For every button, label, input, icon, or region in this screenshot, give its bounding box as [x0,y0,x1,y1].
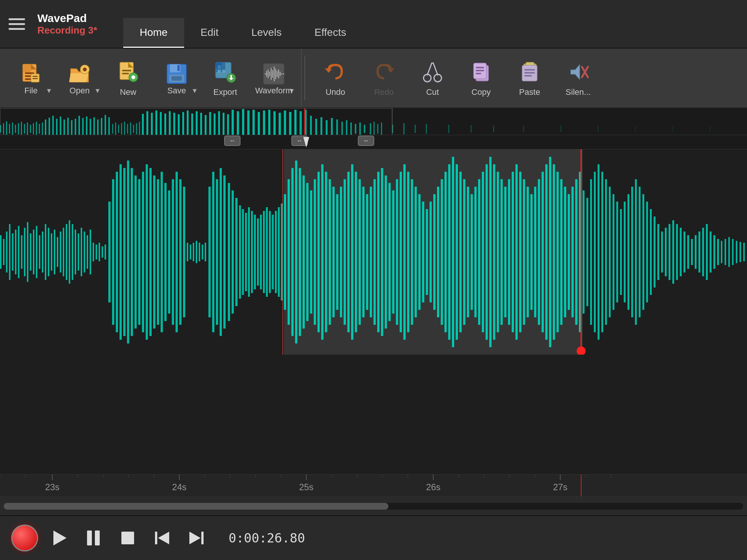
stop-button[interactable] [114,525,141,551]
fast-forward-button[interactable] [183,525,210,551]
tab-levels[interactable]: Levels [235,18,298,48]
svg-rect-226 [127,161,129,343]
svg-rect-232 [149,168,152,336]
svg-rect-319 [459,172,462,332]
svg-rect-294 [366,194,368,310]
svg-rect-56 [476,73,481,74]
svg-rect-399 [0,475,747,497]
svg-rect-376 [672,220,674,284]
redo-button[interactable]: Redo [360,52,408,104]
svg-rect-381 [691,239,693,265]
svg-rect-234 [157,179,159,325]
svg-rect-202 [51,233,52,271]
file-button[interactable]: ▼ File [7,52,55,104]
svg-rect-391 [728,237,730,267]
cut-icon [419,59,446,85]
svg-rect-289 [347,172,350,332]
svg-rect-215 [90,230,91,274]
export-label: Export [213,87,237,97]
toolbar-group-file: ▼ File ▼ Open [4,49,301,108]
svg-rect-388 [717,239,719,265]
svg-rect-214 [87,235,88,269]
svg-rect-374 [665,228,667,276]
handle-right[interactable]: ↔ [358,136,374,147]
tab-home[interactable]: Home [123,18,184,48]
svg-rect-198 [39,235,40,269]
handle-left[interactable]: ↔ [224,136,241,147]
svg-rect-377 [676,224,678,280]
svg-rect-260 [248,207,250,297]
hamburger-line-3 [9,28,25,30]
svg-rect-219 [102,246,103,258]
svg-rect-329 [497,172,499,332]
svg-rect-318 [456,164,458,340]
svg-marker-436 [158,532,169,544]
hamburger-menu[interactable] [0,11,34,37]
pause-button[interactable] [80,525,107,551]
undo-button[interactable]: Undo [311,52,360,104]
new-button[interactable]: New [104,52,152,104]
app-title: WavePad Recording 3* [34,12,116,36]
export-button[interactable]: Export [201,52,249,104]
svg-rect-105 [130,122,131,135]
svg-rect-378 [680,228,682,276]
svg-rect-324 [478,179,480,325]
save-button[interactable]: ▼ Save [152,52,201,104]
svg-rect-74 [24,124,25,134]
open-button[interactable]: ▼ Open [55,52,104,104]
svg-rect-331 [504,187,506,317]
svg-rect-295 [370,187,372,317]
toolbar: ▼ File ▼ Open [0,49,747,108]
redo-label: Redo [374,87,394,97]
waveform-button[interactable]: ▼ Waveform [249,52,298,104]
main-waveform-svg [0,149,747,355]
app-name: WavePad [37,12,87,25]
new-label: New [120,87,136,97]
svg-rect-249 [208,187,211,317]
nav-tabs: Home Edit Levels Effects [123,0,363,48]
svg-rect-103 [124,122,125,136]
playhead-marker [303,137,309,149]
svg-rect-281 [317,172,320,332]
svg-rect-355 [594,172,596,332]
svg-rect-306 [411,179,413,325]
svg-rect-209 [72,224,73,280]
svg-rect-189 [12,233,13,271]
scrollbar-thumb[interactable] [4,503,388,510]
svg-rect-301 [392,190,394,314]
svg-rect-68 [6,121,7,136]
svg-rect-269 [275,211,277,293]
svg-rect-385 [706,224,708,280]
rewind-button[interactable] [149,525,176,551]
copy-button[interactable]: Copy [457,52,505,104]
tab-edit[interactable]: Edit [184,18,235,48]
svg-rect-347 [564,187,566,317]
scrollbar-area[interactable] [0,497,747,515]
main-waveform[interactable] [0,149,747,474]
tab-effects[interactable]: Effects [298,18,363,48]
svg-rect-61 [524,72,535,74]
svg-rect-309 [422,202,424,302]
svg-rect-343 [549,157,551,347]
scrollbar-track[interactable] [4,503,743,510]
svg-rect-224 [120,164,122,340]
svg-rect-200 [45,224,46,280]
timeline-ruler: 23s 24s 25s 26s 27s [0,474,747,497]
silence-button[interactable]: Silen... [554,52,602,104]
svg-rect-165 [471,125,472,133]
svg-rect-233 [153,175,155,329]
record-button[interactable] [11,525,38,551]
svg-line-49 [427,63,432,75]
waveform-overview[interactable]: ↔ ↔ ↔ [0,108,747,149]
svg-rect-342 [545,164,548,340]
svg-rect-54 [476,67,484,68]
cut-button[interactable]: Cut [408,52,457,104]
svg-marker-437 [189,532,201,544]
paste-label: Paste [519,87,540,97]
play-button[interactable] [46,525,72,551]
silence-label: Silen... [565,87,591,97]
hamburger-line-2 [9,23,25,25]
svg-rect-356 [598,164,599,340]
svg-rect-389 [721,241,722,263]
paste-button[interactable]: Paste [505,52,554,104]
